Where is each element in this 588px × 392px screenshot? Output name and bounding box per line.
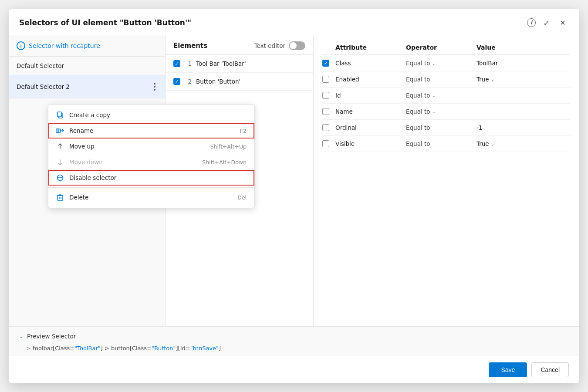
- attr-op-ordinal: Equal to: [406, 124, 476, 131]
- element-row-2: 2 Button 'Button': [166, 73, 313, 91]
- preview-chevron-icon: ⌄: [19, 333, 24, 339]
- menu-item-movedown: Move down Shift+Alt+Down: [48, 154, 254, 170]
- attr-val-ordinal: -1: [476, 124, 571, 131]
- preview-header[interactable]: ⌄ Preview Selector: [19, 333, 569, 340]
- save-button[interactable]: Save: [489, 362, 527, 377]
- expand-icon[interactable]: ⤢: [540, 17, 552, 29]
- movedown-label: Move down: [69, 159, 197, 166]
- attr-val-visible: True ⌄: [476, 140, 571, 147]
- attr-checkbox-name[interactable]: [322, 108, 329, 115]
- attribute-table: Attribute Operator Value Class Equal to …: [322, 39, 571, 152]
- attr-checkbox-enabled[interactable]: [322, 76, 329, 83]
- preview-content: > toolbar[Class="ToolBar"] > button[Clas…: [19, 343, 569, 351]
- attr-name-id: Id: [335, 92, 406, 99]
- svg-rect-1: [57, 112, 61, 117]
- attr-val-class: ToolBar: [476, 60, 571, 67]
- element-label-1: Tool Bar 'ToolBar': [196, 60, 246, 67]
- element-num-1: 1: [185, 60, 192, 67]
- attr-row-class: Class Equal to ⌄ ToolBar: [322, 55, 571, 71]
- cancel-button[interactable]: Cancel: [531, 362, 569, 377]
- copy-label: Create a copy: [69, 112, 247, 118]
- selector-item-label: Default Selector: [17, 62, 64, 69]
- attr-checkbox-ordinal[interactable]: [322, 124, 329, 131]
- attr-row-visible: Visible Equal to True ⌄: [322, 136, 571, 152]
- attr-attribute-header: Attribute: [335, 44, 406, 51]
- preview-id-value: "btnSave": [190, 345, 219, 351]
- dialog-container: Selectors of UI element "Button 'Button'…: [9, 9, 579, 383]
- attr-op-name: Equal to ⌄: [406, 108, 476, 115]
- add-selector-label: Selector with recapture: [29, 42, 100, 49]
- attr-name-visible: Visible: [335, 140, 406, 147]
- info-icon[interactable]: i: [527, 18, 536, 27]
- selector-item-default2[interactable]: Default Selector 2: [9, 75, 165, 98]
- preview-panel: ⌄ Preview Selector > toolbar[Class="Tool…: [9, 326, 579, 356]
- plus-circle-icon: +: [17, 41, 25, 50]
- svg-rect-2: [56, 129, 59, 132]
- attr-check-header: [322, 44, 335, 51]
- attr-name-class: Class: [335, 60, 406, 67]
- right-panel: Attribute Operator Value Class Equal to …: [314, 35, 579, 326]
- attr-row-name: Name Equal to ⌄: [322, 104, 571, 120]
- movedown-shortcut: Shift+Alt+Down: [202, 159, 247, 166]
- delete-icon: [56, 193, 64, 201]
- attr-checkbox-id[interactable]: [322, 92, 329, 99]
- attr-row-ordinal: Ordinal Equal to -1: [322, 120, 571, 136]
- rename-label: Rename: [69, 127, 235, 134]
- attr-operator-header: Operator: [406, 44, 476, 51]
- menu-item-disable[interactable]: Disable selector: [48, 170, 254, 186]
- element-num-2: 2: [185, 78, 192, 85]
- attr-checkbox-visible[interactable]: [322, 140, 329, 147]
- attr-value-header: Value: [476, 44, 571, 51]
- dialog-footer: Save Cancel: [9, 356, 579, 383]
- chevron-id-icon[interactable]: ⌄: [432, 93, 436, 98]
- text-editor-label: Text editor: [254, 42, 285, 49]
- menu-item-rename[interactable]: Rename F2: [48, 123, 254, 139]
- delete-shortcut: Del: [237, 194, 247, 201]
- element-label-2: Button 'Button': [196, 78, 240, 85]
- header-actions: ⤢ ✕: [540, 17, 569, 29]
- svg-rect-9: [57, 196, 63, 200]
- disable-icon: [56, 174, 64, 182]
- preview-selector-text: toolbar[Class="ToolBar"] > button[Class=…: [33, 345, 221, 351]
- attr-checkbox-class[interactable]: [322, 60, 329, 67]
- moveup-shortcut: Shift+Alt+Up: [210, 143, 247, 150]
- attr-row-enabled: Enabled Equal to True ⌄: [322, 71, 571, 88]
- menu-item-moveup[interactable]: Move up Shift+Alt+Up: [48, 139, 254, 154]
- attr-op-visible: Equal to: [406, 140, 476, 147]
- menu-item-copy[interactable]: Create a copy: [48, 107, 254, 123]
- element-checkbox-1[interactable]: [173, 60, 180, 67]
- delete-label: Delete: [69, 194, 232, 201]
- attr-op-enabled: Equal to: [406, 76, 476, 83]
- left-panel: + Selector with recapture Default Select…: [9, 35, 166, 326]
- menu-item-delete[interactable]: Delete Del: [48, 189, 254, 205]
- attr-row-id: Id Equal to ⌄: [322, 88, 571, 104]
- dialog-header: Selectors of UI element "Button 'Button'…: [9, 9, 579, 35]
- chevron-enabled-icon[interactable]: ⌄: [491, 77, 494, 82]
- chevron-class-icon[interactable]: ⌄: [432, 61, 436, 66]
- copy-icon: [56, 111, 64, 119]
- move-up-icon: [56, 142, 64, 150]
- chevron-name-icon[interactable]: ⌄: [432, 109, 436, 114]
- three-dots-menu[interactable]: [152, 81, 157, 92]
- attr-name-name: Name: [335, 108, 406, 115]
- attr-name-ordinal: Ordinal: [335, 124, 406, 131]
- preview-header-label: Preview Selector: [27, 333, 76, 340]
- elements-header: Elements Text editor: [166, 35, 313, 55]
- dialog-title: Selectors of UI element "Button 'Button'…: [19, 18, 523, 27]
- dialog-body: + Selector with recapture Default Select…: [9, 35, 579, 326]
- element-checkbox-2[interactable]: [173, 78, 180, 85]
- chevron-visible-icon[interactable]: ⌄: [491, 142, 494, 146]
- menu-separator: [48, 187, 254, 188]
- selector-item-default[interactable]: Default Selector: [9, 57, 165, 75]
- svg-rect-3: [58, 129, 61, 132]
- move-down-icon: [56, 158, 64, 166]
- rename-shortcut: F2: [240, 128, 247, 134]
- attr-name-enabled: Enabled: [335, 76, 406, 83]
- preview-toolbarclass-value: "ToolBar": [74, 345, 100, 351]
- attr-header-row: Attribute Operator Value: [322, 39, 571, 55]
- add-selector-button[interactable]: + Selector with recapture: [9, 35, 165, 57]
- text-editor-toggle[interactable]: [289, 41, 305, 50]
- text-editor-row: Text editor: [254, 41, 305, 50]
- element-row-1: 1 Tool Bar 'ToolBar': [166, 55, 313, 73]
- close-icon[interactable]: ✕: [557, 17, 569, 29]
